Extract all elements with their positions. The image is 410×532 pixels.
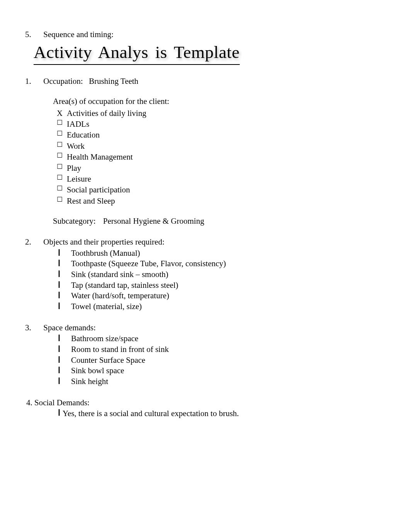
check-label: Activities of daily living [67, 108, 146, 119]
list-item-text: Toothbrush (Manual) [71, 248, 140, 259]
bullet-icon: ❙ [56, 355, 62, 366]
section-1: 1. Occupation: Brushing Teeth Area(s) of… [25, 76, 385, 226]
bullet-icon: ❙ [56, 248, 62, 259]
list-item-text: Sink bowl space [71, 365, 124, 376]
bullet-icon: ❙ [56, 408, 62, 419]
section-5-number: 5. [25, 29, 41, 40]
occupation-label: Occupation: [43, 76, 83, 87]
section-3: 3. Space demands: ❙ Bathroom size/space … [25, 322, 385, 387]
checkbox-icon: ☐ [57, 129, 64, 140]
section-2-heading: Objects and their properties required: [43, 237, 164, 246]
list-item-text: Sink (standard sink – smooth) [71, 269, 168, 280]
subcategory-line: Subcategory: Personal Hygiene & Grooming [25, 216, 385, 226]
checkbox-icon: ☐ [57, 141, 64, 151]
checkbox-icon: ☐ [57, 119, 64, 129]
list-item: ❙ Water (hard/soft, temperature) [56, 291, 385, 301]
checkbox-icon: ☐ [57, 195, 64, 206]
list-item: ❙ Sink bowl space [56, 365, 385, 376]
list-item: ❙ Bathroom size/space [56, 333, 385, 344]
section-3-number: 3. [25, 322, 41, 333]
section-2-number: 2. [25, 236, 41, 247]
areas-heading: Area(s) of occupation for the client: [25, 96, 385, 107]
list-item: ❙ Room to stand in front of sink [56, 344, 385, 355]
bullet-icon: ❙ [56, 269, 62, 280]
page-title: Activity Analys is Template [34, 41, 240, 65]
bullet-icon: ❙ [56, 280, 62, 291]
list-item-text: Sink height [71, 376, 108, 387]
bullet-icon: ❙ [56, 333, 62, 344]
list-item: ❙ Sink (standard sink – smooth) [56, 269, 385, 280]
social-demands-text: Yes, there is a social and cultural expe… [63, 408, 239, 419]
list-item: ❙ Tap (standard tap, stainless steel) [56, 280, 385, 291]
check-label: Leisure [67, 173, 91, 184]
section-1-header: 1. Occupation: Brushing Teeth [25, 76, 385, 87]
section-2-header: 2. Objects and their properties required… [25, 236, 385, 247]
check-row: ☐ Work [57, 141, 385, 151]
bullet-icon: ❙ [56, 344, 62, 355]
check-row: ☐ Health Management [57, 151, 385, 162]
section-4-body: ❙ Yes, there is a social and cultural ex… [25, 408, 385, 419]
check-row: ☐ Social participation [57, 184, 385, 195]
list-item-text: Tap (standard tap, stainless steel) [71, 280, 178, 291]
space-demands-list: ❙ Bathroom size/space ❙ Room to stand in… [25, 333, 385, 387]
checkbox-icon: ☐ [57, 151, 64, 162]
list-item-text: Bathroom size/space [71, 333, 138, 344]
areas-block: Area(s) of occupation for the client: X … [25, 96, 385, 206]
list-item: ❙ Toothpaste (Squeeze Tube, Flavor, cons… [56, 258, 385, 269]
check-label: Health Management [67, 151, 133, 162]
check-row: ☐ Education [57, 129, 385, 140]
section-4-heading: 4. Social Demands: [25, 397, 385, 408]
check-label: Play [67, 163, 81, 173]
bullet-icon: ❙ [56, 301, 62, 312]
check-row: ☐ IADLs [57, 119, 385, 129]
list-item-text: Toothpaste (Squeeze Tube, Flavor, consis… [71, 258, 226, 269]
list-item: ❙ Toothbrush (Manual) [56, 248, 385, 259]
list-item-text: Counter Surface Space [71, 355, 145, 366]
checkbox-icon: ☐ [57, 173, 64, 184]
subcategory-value: Personal Hygiene & Grooming [103, 216, 204, 226]
section-4: 4. Social Demands: ❙ Yes, there is a soc… [25, 397, 385, 419]
check-row: ☐ Play [57, 163, 385, 173]
objects-list: ❙ Toothbrush (Manual) ❙ Toothpaste (Sque… [25, 248, 385, 312]
list-item: ❙ Towel (material, size) [56, 301, 385, 312]
areas-checklist: X Activities of daily living ☐ IADLs ☐ E… [25, 108, 385, 206]
sequence-timing-line: 5. Sequence and timing: [25, 29, 385, 40]
check-label: Work [67, 141, 85, 151]
checkbox-icon: ☐ [57, 184, 64, 195]
section-3-heading: Space demands: [43, 323, 96, 332]
list-item: ❙ Counter Surface Space [56, 355, 385, 366]
bullet-icon: ❙ [56, 291, 62, 301]
bullet-icon: ❙ [56, 376, 62, 387]
section-2: 2. Objects and their properties required… [25, 236, 385, 312]
section-1-number: 1. [25, 76, 41, 87]
check-label: IADLs [67, 119, 89, 129]
subcategory-label: Subcategory: [53, 216, 96, 226]
check-label: Social participation [67, 184, 130, 195]
bullet-icon: ❙ [56, 258, 62, 269]
section-5-label: Sequence and timing: [43, 30, 114, 39]
occupation-value: Brushing Teeth [89, 76, 138, 87]
check-mark-x: X [57, 108, 64, 119]
check-label: Education [67, 129, 100, 140]
section-3-header: 3. Space demands: [25, 322, 385, 333]
list-item: ❙ Sink height [56, 376, 385, 387]
bullet-icon: ❙ [56, 365, 62, 376]
list-item-text: Towel (material, size) [71, 301, 142, 312]
check-row: ☐ Rest and Sleep [57, 195, 385, 206]
check-row: ☐ Leisure [57, 173, 385, 184]
list-item-text: Water (hard/soft, temperature) [71, 291, 169, 301]
check-label: Rest and Sleep [67, 195, 115, 206]
list-item-text: Room to stand in front of sink [71, 344, 169, 355]
checkbox-icon: ☐ [57, 163, 64, 173]
title-container: Activity Analys is Template [25, 41, 385, 65]
check-row: X Activities of daily living [57, 108, 385, 119]
